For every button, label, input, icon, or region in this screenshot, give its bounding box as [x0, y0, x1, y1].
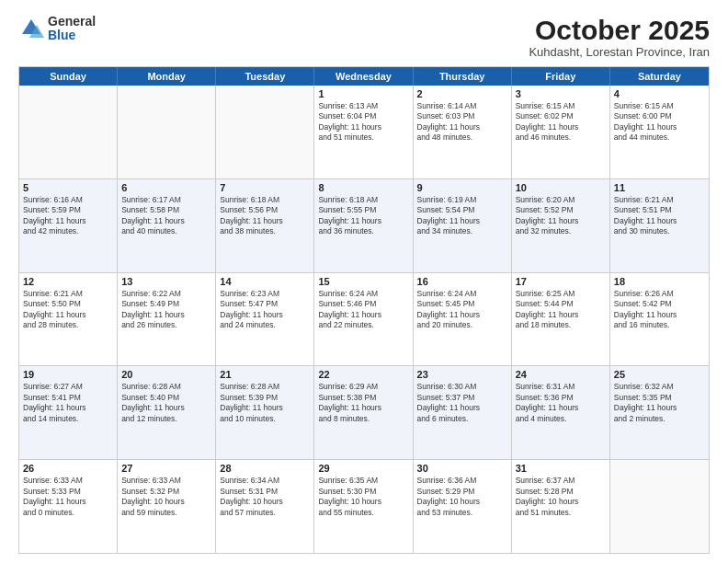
day-cell-17: 17Sunrise: 6:25 AMSunset: 5:44 PMDayligh…	[512, 273, 610, 366]
header-monday: Monday	[118, 67, 216, 86]
day-cell-31: 31Sunrise: 6:37 AMSunset: 5:28 PMDayligh…	[512, 460, 610, 553]
day-number-9: 9	[417, 182, 507, 193]
day-number-27: 27	[121, 463, 211, 474]
day-number-15: 15	[318, 276, 408, 287]
logo-icon	[18, 16, 44, 41]
day-info-1: Sunrise: 6:13 AMSunset: 6:04 PMDaylight:…	[318, 101, 408, 144]
day-number-1: 1	[318, 88, 408, 99]
empty-cell-w0-d2	[216, 86, 314, 178]
day-info-20: Sunrise: 6:28 AMSunset: 5:40 PMDaylight:…	[121, 382, 211, 424]
day-info-13: Sunrise: 6:22 AMSunset: 5:49 PMDaylight:…	[121, 289, 211, 331]
day-cell-22: 22Sunrise: 6:29 AMSunset: 5:38 PMDayligh…	[314, 366, 413, 459]
day-cell-16: 16Sunrise: 6:24 AMSunset: 5:45 PMDayligh…	[414, 273, 512, 366]
week-row-4: 19Sunrise: 6:27 AMSunset: 5:41 PMDayligh…	[19, 365, 709, 459]
day-cell-28: 28Sunrise: 6:34 AMSunset: 5:31 PMDayligh…	[216, 460, 314, 553]
day-number-12: 12	[23, 276, 113, 287]
day-number-3: 3	[516, 88, 606, 99]
day-info-29: Sunrise: 6:35 AMSunset: 5:30 PMDaylight:…	[318, 476, 408, 518]
day-number-24: 24	[516, 369, 606, 380]
day-info-11: Sunrise: 6:21 AMSunset: 5:51 PMDaylight:…	[614, 195, 705, 237]
day-number-6: 6	[121, 182, 211, 193]
day-cell-15: 15Sunrise: 6:24 AMSunset: 5:46 PMDayligh…	[314, 273, 413, 366]
day-number-16: 16	[417, 276, 507, 287]
day-cell-27: 27Sunrise: 6:33 AMSunset: 5:32 PMDayligh…	[118, 460, 216, 553]
subtitle: Kuhdasht, Lorestan Province, Iran	[529, 45, 710, 59]
day-cell-20: 20Sunrise: 6:28 AMSunset: 5:40 PMDayligh…	[118, 366, 216, 459]
day-cell-6: 6Sunrise: 6:17 AMSunset: 5:58 PMDaylight…	[118, 179, 216, 272]
day-number-14: 14	[220, 276, 310, 287]
day-cell-7: 7Sunrise: 6:18 AMSunset: 5:56 PMDaylight…	[216, 179, 314, 272]
day-number-11: 11	[614, 182, 705, 193]
week-row-1: 1Sunrise: 6:13 AMSunset: 6:04 PMDaylight…	[19, 86, 709, 178]
day-cell-19: 19Sunrise: 6:27 AMSunset: 5:41 PMDayligh…	[19, 366, 118, 459]
day-info-27: Sunrise: 6:33 AMSunset: 5:32 PMDaylight:…	[121, 476, 211, 518]
day-cell-14: 14Sunrise: 6:23 AMSunset: 5:47 PMDayligh…	[216, 273, 314, 366]
day-cell-13: 13Sunrise: 6:22 AMSunset: 5:49 PMDayligh…	[118, 273, 216, 366]
calendar-header: Sunday Monday Tuesday Wednesday Thursday…	[19, 67, 709, 86]
day-cell-3: 3Sunrise: 6:15 AMSunset: 6:02 PMDaylight…	[512, 86, 610, 178]
header-sunday: Sunday	[19, 67, 118, 86]
day-number-19: 19	[23, 369, 113, 380]
day-info-8: Sunrise: 6:18 AMSunset: 5:55 PMDaylight:…	[318, 195, 408, 237]
day-info-25: Sunrise: 6:32 AMSunset: 5:35 PMDaylight:…	[614, 382, 705, 424]
day-info-4: Sunrise: 6:15 AMSunset: 6:00 PMDaylight:…	[614, 101, 705, 144]
day-number-8: 8	[318, 182, 408, 193]
month-title: October 2025	[529, 15, 710, 45]
day-cell-25: 25Sunrise: 6:32 AMSunset: 5:35 PMDayligh…	[610, 366, 709, 459]
day-info-10: Sunrise: 6:20 AMSunset: 5:52 PMDaylight:…	[516, 195, 606, 237]
day-info-17: Sunrise: 6:25 AMSunset: 5:44 PMDaylight:…	[516, 289, 606, 331]
day-cell-26: 26Sunrise: 6:33 AMSunset: 5:33 PMDayligh…	[19, 460, 118, 553]
day-cell-5: 5Sunrise: 6:16 AMSunset: 5:59 PMDaylight…	[19, 179, 118, 272]
day-cell-10: 10Sunrise: 6:20 AMSunset: 5:52 PMDayligh…	[512, 179, 610, 272]
day-number-28: 28	[220, 463, 310, 474]
week-row-3: 12Sunrise: 6:21 AMSunset: 5:50 PMDayligh…	[19, 272, 709, 366]
header-saturday: Saturday	[610, 67, 709, 86]
day-number-26: 26	[23, 463, 113, 474]
logo: General Blue	[18, 15, 96, 43]
day-info-3: Sunrise: 6:15 AMSunset: 6:02 PMDaylight:…	[516, 101, 606, 144]
day-info-26: Sunrise: 6:33 AMSunset: 5:33 PMDaylight:…	[23, 476, 113, 518]
calendar-body: 1Sunrise: 6:13 AMSunset: 6:04 PMDaylight…	[19, 86, 709, 553]
day-info-21: Sunrise: 6:28 AMSunset: 5:39 PMDaylight:…	[220, 382, 310, 424]
day-cell-23: 23Sunrise: 6:30 AMSunset: 5:37 PMDayligh…	[414, 366, 512, 459]
day-info-12: Sunrise: 6:21 AMSunset: 5:50 PMDaylight:…	[23, 289, 113, 331]
logo-blue-label: Blue	[48, 29, 96, 42]
empty-cell-w4-d6	[610, 460, 709, 553]
day-info-31: Sunrise: 6:37 AMSunset: 5:28 PMDaylight:…	[516, 476, 606, 518]
day-info-23: Sunrise: 6:30 AMSunset: 5:37 PMDaylight:…	[417, 382, 507, 424]
day-cell-30: 30Sunrise: 6:36 AMSunset: 5:29 PMDayligh…	[414, 460, 512, 553]
day-cell-2: 2Sunrise: 6:14 AMSunset: 6:03 PMDaylight…	[414, 86, 512, 178]
day-info-7: Sunrise: 6:18 AMSunset: 5:56 PMDaylight:…	[220, 195, 310, 237]
page: General Blue October 2025 Kuhdasht, Lore…	[0, 0, 728, 563]
empty-cell-w0-d0	[19, 86, 118, 178]
day-number-4: 4	[614, 88, 705, 99]
day-cell-4: 4Sunrise: 6:15 AMSunset: 6:00 PMDaylight…	[610, 86, 709, 178]
day-cell-29: 29Sunrise: 6:35 AMSunset: 5:30 PMDayligh…	[314, 460, 413, 553]
day-number-18: 18	[614, 276, 705, 287]
day-number-29: 29	[318, 463, 408, 474]
day-number-5: 5	[23, 182, 113, 193]
day-number-2: 2	[417, 88, 507, 99]
day-cell-21: 21Sunrise: 6:28 AMSunset: 5:39 PMDayligh…	[216, 366, 314, 459]
day-cell-12: 12Sunrise: 6:21 AMSunset: 5:50 PMDayligh…	[19, 273, 118, 366]
header-tuesday: Tuesday	[216, 67, 314, 86]
day-info-18: Sunrise: 6:26 AMSunset: 5:42 PMDaylight:…	[614, 289, 705, 331]
header-friday: Friday	[512, 67, 610, 86]
day-number-31: 31	[516, 463, 606, 474]
day-number-23: 23	[417, 369, 507, 380]
day-info-9: Sunrise: 6:19 AMSunset: 5:54 PMDaylight:…	[417, 195, 507, 237]
day-info-19: Sunrise: 6:27 AMSunset: 5:41 PMDaylight:…	[23, 382, 113, 424]
day-cell-24: 24Sunrise: 6:31 AMSunset: 5:36 PMDayligh…	[512, 366, 610, 459]
day-number-13: 13	[121, 276, 211, 287]
calendar: Sunday Monday Tuesday Wednesday Thursday…	[18, 66, 710, 554]
day-info-15: Sunrise: 6:24 AMSunset: 5:46 PMDaylight:…	[318, 289, 408, 331]
title-block: October 2025 Kuhdasht, Lorestan Province…	[529, 15, 710, 59]
header-thursday: Thursday	[414, 67, 512, 86]
day-number-30: 30	[417, 463, 507, 474]
day-number-17: 17	[516, 276, 606, 287]
logo-text: General Blue	[48, 15, 96, 43]
day-cell-1: 1Sunrise: 6:13 AMSunset: 6:04 PMDaylight…	[314, 86, 413, 178]
empty-cell-w0-d1	[118, 86, 216, 178]
day-info-14: Sunrise: 6:23 AMSunset: 5:47 PMDaylight:…	[220, 289, 310, 331]
day-info-16: Sunrise: 6:24 AMSunset: 5:45 PMDaylight:…	[417, 289, 507, 331]
